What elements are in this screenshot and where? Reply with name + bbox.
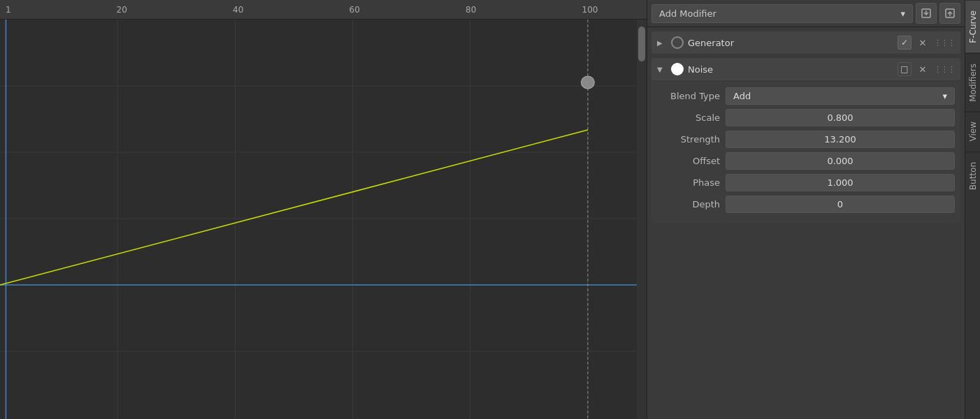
generator-grid-icon: ⋮⋮⋮ bbox=[934, 38, 955, 47]
export-button[interactable] bbox=[939, 3, 960, 24]
depth-input[interactable]: 0 bbox=[726, 196, 955, 213]
tab-modifiers[interactable]: Modifiers bbox=[965, 53, 980, 112]
scale-input[interactable]: 0.800 bbox=[726, 109, 955, 126]
ruler-tick-20: 20 bbox=[117, 0, 127, 19]
ruler-tick-100: 100 bbox=[582, 0, 598, 19]
modifier-noise: ▼ Noise □ ✕ ⋮⋮⋮ Blend Type Add ▾ bbox=[651, 58, 960, 223]
add-modifier-dropdown[interactable]: Add Modifier ▾ bbox=[651, 4, 913, 23]
svg-line-14 bbox=[0, 130, 588, 285]
scale-label: Scale bbox=[657, 112, 720, 123]
offset-row: Offset 0.000 bbox=[657, 152, 955, 170]
blend-type-dropdown[interactable]: Add ▾ bbox=[726, 87, 955, 105]
depth-row: Depth 0 bbox=[657, 196, 955, 213]
ruler-tick-1: 1 bbox=[6, 0, 11, 19]
offset-input[interactable]: 0.000 bbox=[726, 152, 955, 170]
noise-check[interactable]: □ bbox=[898, 62, 911, 76]
modifiers-list: ▶ Generator ✓ ✕ ⋮⋮⋮ ▼ Noise □ ✕ ⋮⋮⋮ Blen… bbox=[647, 27, 965, 419]
blend-type-row: Blend Type Add ▾ bbox=[657, 87, 955, 105]
modifier-noise-body: Blend Type Add ▾ Scale 0.800 Strength 13… bbox=[651, 82, 960, 223]
modifier-noise-header[interactable]: ▼ Noise □ ✕ ⋮⋮⋮ bbox=[651, 58, 960, 80]
modifier-generator-header[interactable]: ▶ Generator ✓ ✕ ⋮⋮⋮ bbox=[651, 31, 960, 54]
noise-name: Noise bbox=[688, 64, 893, 75]
toolbar-row: Add Modifier ▾ bbox=[647, 0, 965, 27]
depth-label: Depth bbox=[657, 199, 720, 210]
blend-type-arrow: ▾ bbox=[942, 91, 947, 101]
graph-area[interactable]: 1 20 40 60 80 100 bbox=[0, 0, 647, 419]
ruler-tick-40: 40 bbox=[233, 0, 243, 19]
tab-button[interactable]: Button bbox=[965, 152, 980, 200]
strength-label: Strength bbox=[657, 134, 720, 145]
noise-icon bbox=[671, 63, 684, 75]
tab-view[interactable]: View bbox=[965, 111, 980, 151]
ruler-tick-80: 80 bbox=[466, 0, 476, 19]
ruler: 1 20 40 60 80 100 bbox=[0, 0, 647, 20]
scrollbar-vertical[interactable] bbox=[637, 20, 647, 419]
offset-label: Offset bbox=[657, 156, 720, 166]
import-button[interactable] bbox=[916, 3, 937, 24]
strength-input[interactable]: 13.200 bbox=[726, 131, 955, 148]
side-tabs: F-Curve Modifiers View Button bbox=[965, 0, 980, 419]
right-panel: Add Modifier ▾ ▶ Generator ✓ ✕ bbox=[647, 0, 965, 419]
phase-label: Phase bbox=[657, 177, 720, 188]
blend-type-value: Add bbox=[733, 91, 751, 101]
ruler-tick-60: 60 bbox=[350, 0, 360, 19]
noise-delete[interactable]: ✕ bbox=[916, 62, 930, 76]
tab-fcurve[interactable]: F-Curve bbox=[965, 0, 980, 53]
add-modifier-label: Add Modifier bbox=[659, 8, 716, 19]
noise-collapse-arrow[interactable]: ▼ bbox=[657, 66, 667, 73]
chevron-down-icon: ▾ bbox=[900, 8, 905, 19]
noise-grid-icon: ⋮⋮⋮ bbox=[934, 65, 955, 74]
phase-row: Phase 1.000 bbox=[657, 174, 955, 191]
generator-delete[interactable]: ✕ bbox=[916, 36, 930, 50]
blend-type-label: Blend Type bbox=[657, 91, 720, 101]
scrollbar-thumb[interactable] bbox=[638, 27, 645, 61]
svg-point-13 bbox=[581, 76, 594, 89]
generator-name: Generator bbox=[688, 38, 893, 48]
generator-icon bbox=[671, 36, 684, 49]
strength-row: Strength 13.200 bbox=[657, 131, 955, 148]
phase-input[interactable]: 1.000 bbox=[726, 174, 955, 191]
scale-row: Scale 0.800 bbox=[657, 109, 955, 126]
generator-check[interactable]: ✓ bbox=[898, 36, 911, 50]
graph-canvas[interactable] bbox=[0, 20, 647, 419]
generator-collapse-arrow[interactable]: ▶ bbox=[657, 39, 667, 47]
graph-svg bbox=[0, 20, 647, 419]
